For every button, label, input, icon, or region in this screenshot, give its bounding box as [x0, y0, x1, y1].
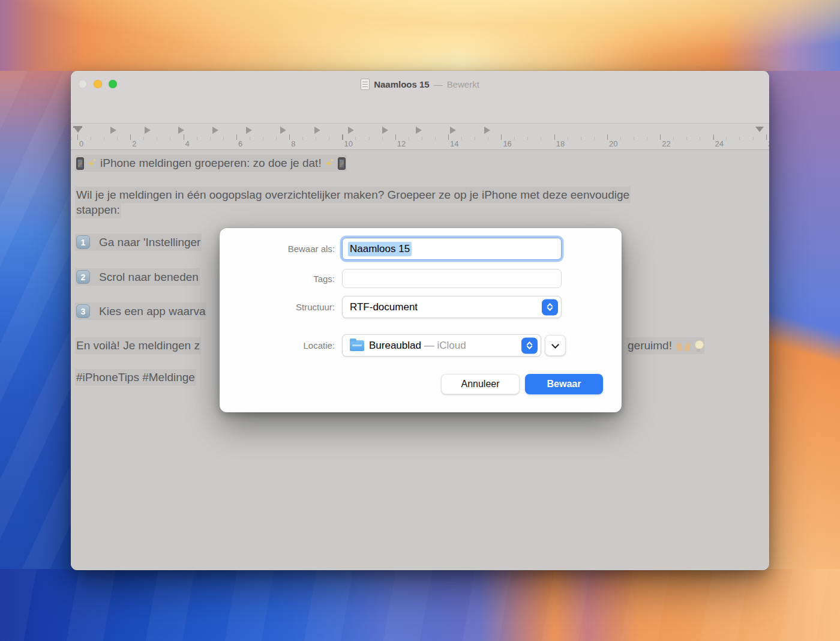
ruler-number: 20 [609, 139, 617, 148]
tab-stop-marker[interactable] [212, 127, 218, 134]
ruler-number: 10 [344, 139, 353, 148]
location-label: Locatie: [227, 340, 335, 351]
folder-icon [350, 340, 364, 351]
title-bar: Naamloos 15 — Bewerkt [71, 71, 769, 97]
expand-dialog-button[interactable] [545, 335, 566, 356]
doc-step-line: 3Kies een app waarva [75, 302, 206, 320]
format-popup[interactable]: RTF-document [342, 296, 562, 318]
sparkles-emoji [88, 159, 97, 168]
ruler-number: 6 [238, 139, 242, 148]
document-proxy-icon [361, 79, 370, 90]
save-as-label: Bewaar als: [227, 244, 335, 254]
location-value: Bureaublad [369, 340, 421, 351]
wallpaper-right [767, 71, 840, 573]
doc-paragraph-line: stappen: [75, 202, 121, 218]
up-down-stepper-icon [521, 337, 538, 354]
doc-heading-line: iPhone meldingen groeperen: zo doe je da… [75, 155, 347, 173]
ruler-number: 2 [132, 139, 136, 148]
tab-stop-marker[interactable] [382, 127, 388, 134]
keycap-2-emoji: 2 [76, 270, 90, 284]
tags-label: Tags: [227, 274, 335, 284]
edited-status: Bewerkt [447, 79, 479, 89]
save-as-input[interactable]: Naamloos 15 [342, 238, 562, 260]
save-as-selected-text: Naamloos 15 [348, 242, 412, 256]
location-popup[interactable]: Bureaublad — iCloud [342, 334, 541, 357]
light-bulb-emoji [695, 340, 703, 352]
ruler-number: 0 [79, 139, 83, 148]
title-dash: — [434, 79, 443, 89]
ruler-number: 22 [662, 139, 670, 148]
ruler-number: 8 [291, 139, 295, 148]
save-button[interactable]: Bewaar [525, 374, 603, 394]
ruler-number: 24 [715, 139, 724, 148]
ruler: 02468101214161820222426 [71, 124, 769, 150]
keycap-1-emoji: 1 [76, 235, 90, 249]
doc-step-line: 1Ga naar 'Instellinger [75, 233, 202, 251]
wallpaper-bottom [0, 569, 840, 641]
tab-stop-marker[interactable] [450, 127, 456, 134]
chevron-down-icon [551, 341, 559, 349]
format-label: Structuur: [227, 302, 335, 312]
doc-paragraph-line: Wil je je meldingen in één oogopslag ove… [75, 187, 631, 203]
window-title: Naamloos 15 [374, 79, 430, 89]
tab-stop-marker[interactable] [246, 127, 252, 134]
raising-hands-emoji [676, 340, 691, 351]
ruler-number: 4 [185, 139, 190, 148]
ruler-number: 18 [556, 139, 565, 148]
cancel-button[interactable]: Annuleer [441, 374, 520, 394]
doc-step-line: 2Scrol naar beneden [75, 268, 200, 286]
mobile-phone-emoji [76, 157, 84, 170]
tab-stop-marker[interactable] [110, 127, 116, 134]
ruler-number: 12 [397, 139, 406, 148]
ruler-number: 26 [768, 139, 769, 148]
tab-stop-marker[interactable] [314, 127, 320, 134]
sparkles-emoji [325, 159, 334, 168]
tab-stop-marker[interactable] [280, 127, 286, 134]
tab-stop-marker[interactable] [178, 127, 184, 134]
tab-stop-marker[interactable] [348, 127, 354, 134]
format-value: RTF-document [350, 301, 418, 313]
wallpaper-left [0, 71, 73, 573]
ruler-number: 16 [503, 139, 511, 148]
right-indent-marker[interactable] [755, 127, 764, 132]
up-down-stepper-icon [542, 299, 558, 315]
format-toolbar: ¶ B I U 1,0 [71, 97, 769, 124]
location-suffix: — iCloud [424, 340, 466, 351]
left-indent-marker[interactable] [73, 126, 82, 133]
wallpaper-top [0, 0, 840, 73]
tags-input[interactable] [342, 269, 562, 288]
tab-stop-marker[interactable] [484, 127, 490, 134]
save-dialog: Bewaar als: Naamloos 15 Tags: Structuur:… [220, 228, 622, 412]
tab-stop-marker[interactable] [145, 127, 151, 134]
keycap-3-emoji: 3 [76, 304, 90, 318]
ruler-number: 14 [450, 139, 458, 148]
doc-heading-text: iPhone meldingen groeperen: zo doe je da… [100, 157, 322, 170]
mobile-phone-emoji [338, 157, 346, 170]
doc-hashtag-line: #iPhoneTips #Meldinge [75, 369, 196, 386]
tab-stop-marker[interactable] [416, 127, 422, 134]
